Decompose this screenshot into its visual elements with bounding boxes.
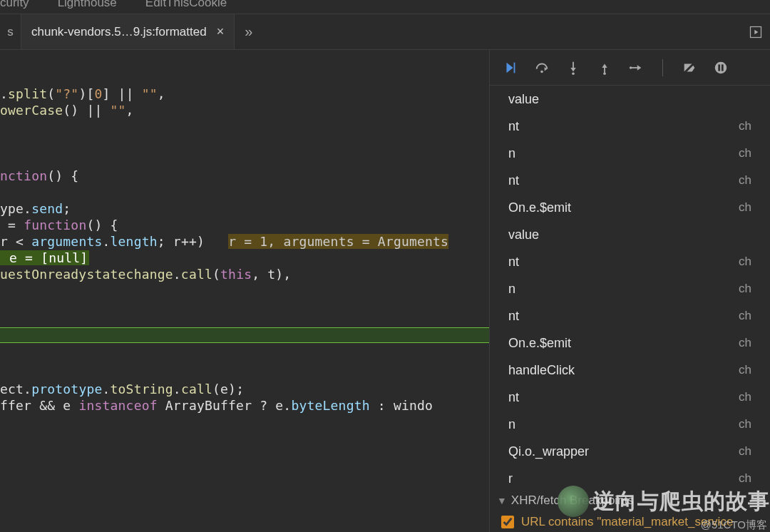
pause-on-exceptions-icon[interactable] [713,60,729,76]
call-stack-frame[interactable]: ntch [490,167,770,194]
svg-marker-1 [754,29,758,34]
code-token: "" [142,86,158,101]
xhr-breakpoints-header[interactable]: ▼ XHR/fetch Breakpoints [490,489,770,512]
file-tab-stub[interactable]: s [0,14,21,49]
code-token: () { [47,168,78,183]
svg-point-8 [572,72,575,75]
file-tab-active[interactable]: chunk-vendors.5…9.js:formatted × [21,14,235,49]
code-token: = [0,218,24,232]
svg-marker-13 [637,65,642,70]
debugger-sidebar: value ntch nch ntch On.e.$emitch value n… [489,50,770,532]
code-token: split [8,86,47,101]
file-tab-bar: s chunk-vendors.5…9.js:formatted × » [0,14,770,50]
call-stack-frame[interactable]: rch [490,465,770,489]
execution-line-highlight [0,327,489,343]
triangle-down-icon: ▼ [497,495,507,506]
code-token: ype. [0,201,31,216]
code-token: byteLength [291,398,369,413]
resume-icon[interactable] [503,60,518,76]
call-stack-frame[interactable]: nch [490,411,770,438]
svg-point-11 [603,72,606,75]
code-token: () || [63,103,110,118]
svg-point-16 [715,61,727,73]
xhr-breakpoint-row[interactable]: URL contains "material_market_service [490,512,770,532]
code-token: arguments [31,234,102,249]
code-token: this [220,267,252,282]
call-stack-frame[interactable]: nch [490,140,770,167]
close-icon[interactable]: × [217,24,225,39]
code-token: 0 [94,86,102,101]
call-stack-frame[interactable]: value [490,221,770,248]
svg-marker-2 [507,62,513,73]
call-stack-frame[interactable]: ntch [490,302,770,329]
code-token: instanceof [78,398,157,413]
panel-tab-lighthouse[interactable]: Lighthouse [58,0,117,10]
step-icon[interactable] [628,60,644,76]
code-token: ( [47,86,55,101]
svg-marker-10 [602,63,607,68]
svg-marker-7 [570,68,575,72]
code-token: "" [111,103,126,118]
breakpoint-label: URL contains "material_market_service [521,515,733,529]
code-token: ; [63,201,71,216]
call-stack-frame[interactable]: ntch [490,113,770,140]
step-over-icon[interactable] [534,60,550,76]
call-stack-frame[interactable]: On.e.$emitch [490,194,770,221]
code-token: ArrayBuffer ? e. [158,398,292,413]
code-token: : windo [370,398,433,413]
code-token: (e); [212,382,244,397]
code-token: )[ [78,86,94,101]
code-token: ffer && e [0,398,78,413]
code-token: r < [0,234,31,249]
code-token: , [126,103,134,118]
breakpoint-checkbox[interactable] [501,516,514,528]
call-stack-frame[interactable]: Qi.o._wrapperch [490,438,770,465]
code-token: ; r++) [158,234,228,249]
call-stack-frame[interactable]: On.e.$emitch [490,329,770,357]
debugger-toolbar [490,50,770,86]
code-token: owerCase [0,103,63,118]
code-token: toString [111,382,173,397]
toolbar-separator [662,59,663,76]
code-token: , [158,86,165,101]
svg-rect-3 [514,62,515,73]
panel-tab-editthiscookie[interactable]: EditThisCookie [145,0,227,10]
code-token: ect. [0,382,31,397]
step-into-icon[interactable] [565,60,581,76]
deactivate-breakpoints-icon[interactable] [682,60,697,76]
call-stack-frame[interactable]: handleClickch [490,357,770,384]
tab-overflow-icon[interactable]: » [235,24,262,40]
call-stack-frame[interactable]: ntch [490,384,770,411]
call-stack-frame[interactable]: value [490,86,770,113]
file-tab-label: chunk-vendors.5…9.js:formatted [31,25,207,39]
code-token: . [103,382,111,397]
code-token: function [24,218,86,232]
code-token: , t), [252,267,291,282]
run-snippet-icon[interactable] [741,25,770,39]
code-token: call [181,267,212,282]
code-token: . [0,86,8,101]
code-token: prototype [31,382,102,397]
code-inline-values: e = [null] [0,250,89,265]
code-token: send [31,201,63,216]
code-token: "?" [55,86,78,101]
devtools-panel-tabs: curity Lighthouse EditThisCookie [0,0,770,14]
call-stack-list: value ntch nch ntch On.e.$emitch value n… [490,86,770,489]
code-token: . [103,234,111,249]
call-stack-frame[interactable]: nch [490,275,770,302]
step-out-icon[interactable] [597,60,612,76]
call-stack-frame[interactable]: ntch [490,248,770,275]
section-label: XHR/fetch Breakpoints [511,493,634,508]
code-token: . [173,267,181,282]
svg-rect-17 [718,64,720,71]
panel-tab-security[interactable]: curity [0,0,29,10]
code-token: . [173,382,181,397]
source-code-pane[interactable]: .split("?")[0] || "", owerCase() || "", … [0,50,489,532]
svg-point-5 [540,70,543,73]
code-token: call [181,382,212,397]
code-token: nction [0,168,47,183]
code-token: () { [86,218,118,232]
svg-rect-18 [722,64,724,71]
code-token: uestOnreadystatechange [0,267,173,282]
code-token: length [111,234,158,249]
